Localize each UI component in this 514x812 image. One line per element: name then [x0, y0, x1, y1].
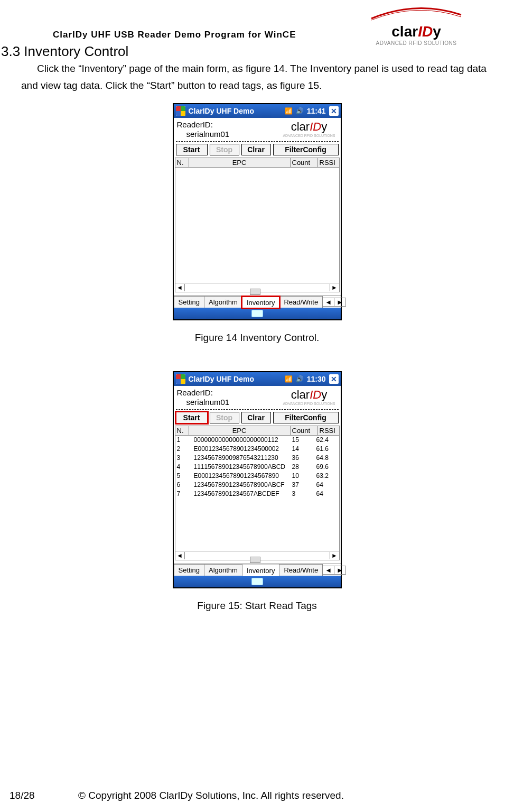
filterconfig-button[interactable]: FilterConfig: [273, 412, 339, 423]
page-number: 18/28: [10, 790, 78, 801]
tab-readwrite[interactable]: Read/Write: [279, 564, 323, 576]
keyboard-icon[interactable]: [251, 310, 263, 317]
app-title: ClarIDy UHF Demo: [189, 107, 254, 115]
figure-14-caption: Figure 14 Inventory Control.: [173, 332, 342, 344]
windows-flag-icon: [176, 374, 185, 384]
table-row[interactable]: 5E000123456789012345678901063.2: [175, 472, 339, 481]
reader-id-label: ReaderID:: [177, 388, 283, 398]
taskbar: [174, 576, 341, 587]
tab-setting[interactable]: Setting: [174, 296, 204, 308]
volume-icon: 🔊: [296, 375, 304, 383]
scroll-left-icon[interactable]: ◄: [175, 552, 185, 559]
body-paragraph: Click the “Inventory” page of the main f…: [21, 60, 493, 94]
connection-icon: 📶: [285, 375, 293, 383]
filterconfig-button[interactable]: FilterConfig: [273, 144, 339, 155]
app-title: ClarIDy UHF Demo: [189, 375, 254, 383]
table-body: 10000000000000000000001121562.42E0001234…: [175, 436, 340, 551]
tab-nav[interactable]: ◄►: [322, 298, 346, 307]
stop-button[interactable]: Stop: [210, 412, 239, 423]
section-heading: 3.3 Inventory Control: [1, 43, 128, 60]
taskbar: [174, 308, 341, 319]
footer: 18/28 © Copyright 2008 ClarIDy Solutions…: [10, 790, 493, 801]
table-header: N. EPC Count RSSI: [175, 158, 340, 168]
device-screenshot-15: ClarIDy UHF Demo 📶 🔊 11:30 ✕ ReaderID: s…: [173, 371, 342, 588]
table-row[interactable]: 31234567890098765432112303664.8: [175, 454, 339, 463]
clock: 11:41: [307, 107, 326, 115]
reader-id-value: serialnum01: [177, 130, 283, 139]
reader-id-value: serialnum01: [177, 398, 283, 407]
tab-algorithm[interactable]: Algorithm: [204, 296, 242, 308]
table-row[interactable]: 6123456789012345678900ABCF3764: [175, 481, 339, 490]
header-logo: clarIDy ADVANCED RFID SOLUTIONS: [366, 5, 466, 46]
copyright: © Copyright 2008 ClarIDy Solutions, Inc.…: [78, 790, 344, 801]
figure-15: ClarIDy UHF Demo 📶 🔊 11:30 ✕ ReaderID: s…: [173, 371, 342, 612]
tab-inventory[interactable]: Inventory: [242, 565, 279, 576]
device-screenshot-14: ClarIDy UHF Demo 📶 🔊 11:41 ✕ ReaderID: s…: [173, 103, 342, 320]
windows-flag-icon: [176, 106, 185, 116]
scroll-left-icon[interactable]: ◄: [175, 284, 185, 291]
start-button[interactable]: Start: [176, 412, 208, 423]
reader-id-label: ReaderID:: [177, 120, 283, 130]
keyboard-icon[interactable]: [251, 578, 263, 585]
document-title: ClarIDy UHF USB Reader Demo Program for …: [53, 30, 296, 40]
titlebar: ClarIDy UHF Demo 📶 🔊 11:41 ✕: [174, 104, 341, 118]
mini-logo: clarIDy ADVANCED RFID SOLUTIONS: [283, 388, 337, 405]
tab-readwrite[interactable]: Read/Write: [279, 296, 323, 308]
tab-row: Setting Algorithm Inventory Read/Write ◄…: [174, 564, 341, 576]
table-body-empty: [175, 168, 340, 283]
start-button[interactable]: Start: [176, 144, 208, 155]
table-row[interactable]: 10000000000000000000001121562.4: [175, 436, 339, 445]
brand-text: clarIDy: [366, 23, 466, 40]
tab-algorithm[interactable]: Algorithm: [204, 564, 242, 576]
brand-tagline: ADVANCED RFID SOLUTIONS: [366, 40, 466, 46]
scroll-right-icon[interactable]: ►: [330, 552, 339, 559]
tab-setting[interactable]: Setting: [174, 564, 204, 576]
hscrollbar[interactable]: ◄ ►: [175, 283, 340, 292]
table-row[interactable]: 712345678901234567ABCDEF364: [175, 490, 339, 499]
volume-icon: 🔊: [296, 107, 304, 115]
clear-button[interactable]: Clrar: [241, 144, 271, 155]
tab-inventory[interactable]: Inventory: [242, 297, 279, 308]
close-icon[interactable]: ✕: [329, 374, 339, 384]
tab-row: Setting Algorithm Inventory Read/Write ◄…: [174, 296, 341, 308]
clock: 11:30: [307, 375, 326, 383]
stop-button[interactable]: Stop: [210, 144, 239, 155]
connection-icon: 📶: [285, 107, 293, 115]
mini-logo: clarIDy ADVANCED RFID SOLUTIONS: [283, 120, 337, 137]
hscrollbar[interactable]: ◄ ►: [175, 551, 340, 560]
swoosh-icon: [369, 5, 464, 21]
titlebar: ClarIDy UHF Demo 📶 🔊 11:30 ✕: [174, 372, 341, 386]
tab-nav[interactable]: ◄►: [322, 566, 346, 575]
clear-button[interactable]: Clrar: [241, 412, 271, 423]
close-icon[interactable]: ✕: [329, 106, 339, 116]
scroll-right-icon[interactable]: ►: [330, 284, 339, 291]
figure-14: ClarIDy UHF Demo 📶 🔊 11:41 ✕ ReaderID: s…: [173, 103, 342, 344]
table-header: N. EPC Count RSSI: [175, 426, 340, 436]
figure-15-caption: Figure 15: Start Read Tags: [173, 600, 342, 612]
table-row[interactable]: 4111156789012345678900ABCD2869.6: [175, 463, 339, 472]
table-row[interactable]: 2E000123456789012345000021461.6: [175, 445, 339, 454]
